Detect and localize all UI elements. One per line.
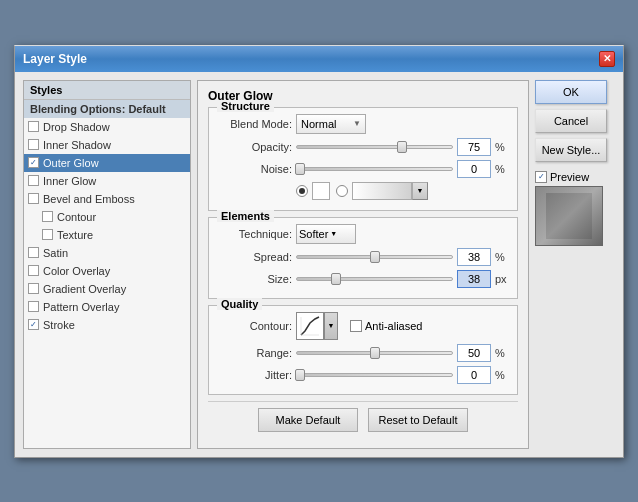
sidebar-item-stroke[interactable]: ✓ Stroke <box>24 316 190 334</box>
technique-label: Technique: <box>217 228 292 240</box>
sidebar-item-pattern-overlay[interactable]: Pattern Overlay <box>24 298 190 316</box>
size-thumb[interactable] <box>331 273 341 285</box>
opacity-input[interactable] <box>457 138 491 156</box>
make-default-button[interactable]: Make Default <box>258 408 358 432</box>
anti-aliased-checkbox[interactable] <box>350 320 362 332</box>
pattern-overlay-checkbox[interactable] <box>28 301 39 312</box>
size-label: Size: <box>217 273 292 285</box>
preview-box <box>535 186 603 246</box>
sidebar-item-gradient-overlay[interactable]: Gradient Overlay <box>24 280 190 298</box>
gradient-overlay-checkbox[interactable] <box>28 283 39 294</box>
sidebar-item-bevel-emboss[interactable]: Bevel and Emboss <box>24 190 190 208</box>
contour-thumbnail[interactable] <box>296 312 324 340</box>
range-thumb[interactable] <box>370 347 380 359</box>
elements-label: Elements <box>217 210 274 222</box>
structure-group: Structure Blend Mode: Normal ▼ Opacity: <box>208 107 518 211</box>
styles-title: Styles <box>24 81 190 100</box>
left-panel: Styles Blending Options: Default Drop Sh… <box>23 80 191 449</box>
noise-slider[interactable] <box>296 167 453 171</box>
jitter-thumb[interactable] <box>295 369 305 381</box>
gradient-color-swatch[interactable] <box>352 182 412 200</box>
size-input[interactable] <box>457 270 491 288</box>
blend-mode-row: Blend Mode: Normal ▼ <box>217 114 509 134</box>
size-row: Size: px <box>217 270 509 288</box>
range-slider[interactable] <box>296 351 453 355</box>
inner-shadow-checkbox[interactable] <box>28 139 39 150</box>
satin-checkbox[interactable] <box>28 247 39 258</box>
reset-to-default-button[interactable]: Reset to Default <box>368 408 468 432</box>
contour-control: ▼ <box>296 312 338 340</box>
preview-checkbox-row: ✓ Preview <box>535 171 615 183</box>
layer-style-dialog: Layer Style ✕ Styles Blending Options: D… <box>14 45 624 458</box>
sidebar-item-contour[interactable]: Contour <box>24 208 190 226</box>
sidebar-item-inner-glow[interactable]: Inner Glow <box>24 172 190 190</box>
sidebar-item-texture[interactable]: Texture <box>24 226 190 244</box>
structure-label: Structure <box>217 100 274 112</box>
sidebar-item-outer-glow[interactable]: ✓ Outer Glow <box>24 154 190 172</box>
white-color-swatch[interactable] <box>312 182 330 200</box>
texture-checkbox[interactable] <box>42 229 53 240</box>
cancel-button[interactable]: Cancel <box>535 109 607 133</box>
range-unit: % <box>495 347 509 359</box>
blend-mode-value: Normal <box>301 118 336 130</box>
spread-slider[interactable] <box>296 255 453 259</box>
size-slider[interactable] <box>296 277 453 281</box>
preview-label: Preview <box>550 171 589 183</box>
contour-curve-icon <box>299 315 321 337</box>
jitter-input[interactable] <box>457 366 491 384</box>
color-radio-selected[interactable] <box>296 185 308 197</box>
noise-input[interactable] <box>457 160 491 178</box>
sidebar-item-color-overlay[interactable]: Color Overlay <box>24 262 190 280</box>
inner-shadow-label: Inner Shadow <box>43 139 111 151</box>
preview-checkbox[interactable]: ✓ <box>535 171 547 183</box>
drop-shadow-label: Drop Shadow <box>43 121 110 133</box>
sidebar-item-inner-shadow[interactable]: Inner Shadow <box>24 136 190 154</box>
drop-shadow-checkbox[interactable] <box>28 121 39 132</box>
quality-label: Quality <box>217 298 262 310</box>
stroke-label: Stroke <box>43 319 75 331</box>
noise-label: Noise: <box>217 163 292 175</box>
close-button[interactable]: ✕ <box>599 51 615 67</box>
spread-thumb[interactable] <box>370 251 380 263</box>
gradient-arrow-button[interactable]: ▼ <box>412 182 428 200</box>
sidebar-item-drop-shadow[interactable]: Drop Shadow <box>24 118 190 136</box>
gradient-bar <box>353 183 411 199</box>
spread-label: Spread: <box>217 251 292 263</box>
jitter-slider[interactable] <box>296 373 453 377</box>
technique-arrow-icon: ▼ <box>330 230 337 237</box>
new-style-button[interactable]: New Style... <box>535 138 607 162</box>
spread-unit: % <box>495 251 509 263</box>
noise-thumb[interactable] <box>295 163 305 175</box>
bottom-buttons-row: Make Default Reset to Default <box>208 401 518 440</box>
elements-group: Elements Technique: Softer ▼ Spread: <box>208 217 518 299</box>
spread-input[interactable] <box>457 248 491 266</box>
main-panel: Outer Glow Structure Blend Mode: Normal … <box>197 80 529 449</box>
ok-button[interactable]: OK <box>535 80 607 104</box>
inner-glow-label: Inner Glow <box>43 175 96 187</box>
technique-row: Technique: Softer ▼ <box>217 224 509 244</box>
inner-glow-checkbox[interactable] <box>28 175 39 186</box>
range-label: Range: <box>217 347 292 359</box>
contour-dropdown-button[interactable]: ▼ <box>324 312 338 340</box>
opacity-unit: % <box>495 141 509 153</box>
spread-row: Spread: % <box>217 248 509 266</box>
sidebar-item-blending-options[interactable]: Blending Options: Default <box>24 100 190 118</box>
bevel-emboss-checkbox[interactable] <box>28 193 39 204</box>
pattern-overlay-label: Pattern Overlay <box>43 301 119 313</box>
opacity-thumb[interactable] <box>397 141 407 153</box>
contour-checkbox[interactable] <box>42 211 53 222</box>
stroke-checkbox[interactable]: ✓ <box>28 319 39 330</box>
texture-label: Texture <box>57 229 93 241</box>
color-overlay-checkbox[interactable] <box>28 265 39 276</box>
blend-mode-select[interactable]: Normal ▼ <box>296 114 366 134</box>
outer-glow-checkbox[interactable]: ✓ <box>28 157 39 168</box>
blend-mode-arrow-icon: ▼ <box>353 119 361 128</box>
range-input[interactable] <box>457 344 491 362</box>
gradient-color-container: ▼ <box>352 182 428 200</box>
color-radio-gradient[interactable] <box>336 185 348 197</box>
opacity-slider[interactable] <box>296 145 453 149</box>
quality-group: Quality Contour: ▼ <box>208 305 518 395</box>
technique-value: Softer <box>299 228 328 240</box>
sidebar-item-satin[interactable]: Satin <box>24 244 190 262</box>
technique-select[interactable]: Softer ▼ <box>296 224 356 244</box>
